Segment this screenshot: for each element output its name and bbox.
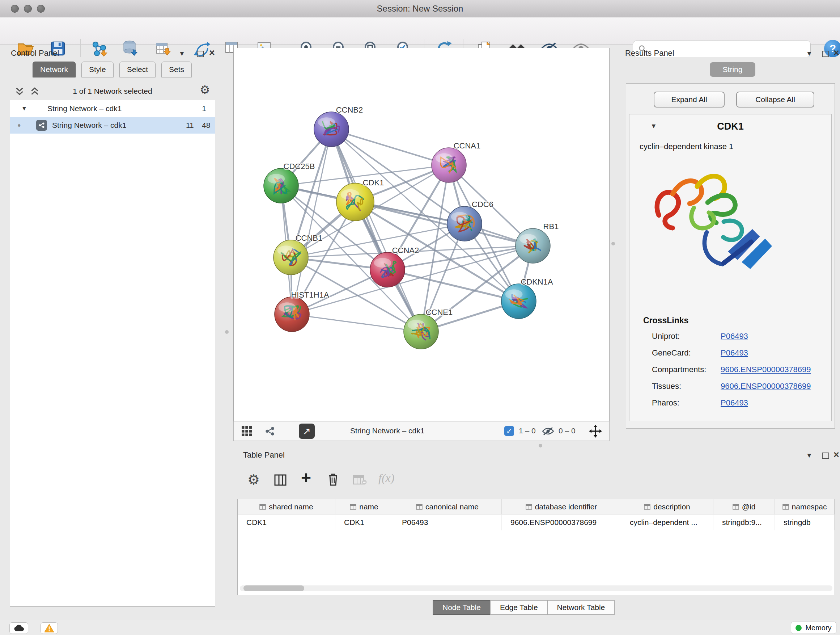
table-cell[interactable]: P06493 <box>393 515 502 530</box>
column-header-database-identifier[interactable]: database identifier <box>502 499 621 515</box>
crosslink-value-link[interactable]: P06493 <box>721 332 748 341</box>
delete-column-trash-icon[interactable] <box>328 473 339 487</box>
table-panel-menu-icon[interactable]: ▼ <box>806 452 813 459</box>
table-options-gear-icon[interactable]: ⚙ <box>248 473 260 486</box>
bottom-splitter-handle[interactable] <box>538 444 542 448</box>
crosslink-row: Uniprot:P06493 <box>630 332 832 348</box>
tab-node-table[interactable]: Node Table <box>433 600 491 615</box>
protein-description: cyclin–dependent kinase 1 <box>639 142 733 151</box>
protein-card-cdk1: ▼ CDK1 cyclin–dependent kinase 1 Cross <box>629 114 832 421</box>
network-node-CCNA1[interactable] <box>431 148 466 182</box>
node-label-CDKN1A: CDKN1A <box>521 277 553 287</box>
network-edge-HIST1H1A-CCNE1[interactable] <box>292 314 421 332</box>
crosslink-value-link[interactable]: P06493 <box>721 398 748 408</box>
tree-expander-icon[interactable]: ▼ <box>21 105 27 112</box>
node-label-CCNA2: CCNA2 <box>392 246 419 255</box>
tab-network-table[interactable]: Network Table <box>547 600 615 615</box>
cloud-icon[interactable] <box>9 622 28 634</box>
pan-crosshair-icon[interactable] <box>589 424 602 439</box>
selected-node-edge-counts: 1 – 0 <box>519 426 536 435</box>
left-splitter-handle[interactable] <box>225 330 229 334</box>
warning-icon[interactable] <box>41 622 58 634</box>
network-node-CDC6[interactable] <box>447 206 482 241</box>
results-panel-float-icon[interactable] <box>822 51 829 59</box>
column-header--id[interactable]: @id <box>714 499 775 515</box>
results-panel-close-icon[interactable]: × <box>834 49 839 57</box>
table-cell[interactable]: CDK1 <box>335 515 393 530</box>
network-edge-CCNB2-CCNE1[interactable] <box>332 129 421 332</box>
control-panel-tabs: NetworkStyleSelectSets <box>33 62 197 78</box>
collapse-all-button[interactable]: Collapse All <box>736 92 814 108</box>
column-header-name[interactable]: name <box>335 499 393 515</box>
network-node-CCNA2[interactable] <box>370 252 405 287</box>
crosslink-value-link[interactable]: 9606.ENSP00000378699 <box>721 365 811 374</box>
column-icon <box>350 504 356 510</box>
selected-checkbox-icon[interactable]: ✓ <box>504 426 514 436</box>
table-panel-close-icon[interactable]: × <box>834 451 839 458</box>
network-edge-CCNA2-CDKN1A[interactable] <box>387 270 519 301</box>
control-panel-close-icon[interactable]: × <box>209 49 215 57</box>
control-panel-title: Control Panel <box>11 49 59 58</box>
network-view-canvas[interactable]: CCNB2CCNA1CDC25BCDK1CDC6RB1CCNB1CCNA2CDK… <box>233 48 609 421</box>
table-cell[interactable]: CDK1 <box>238 515 335 530</box>
scrollbar-thumb[interactable] <box>243 585 304 591</box>
table-cell[interactable]: stringdb:9... <box>714 515 775 530</box>
string-results-container: Expand All Collapse All ▼ CDK1 cyclin–de… <box>626 83 835 429</box>
network-node-CDK1[interactable] <box>336 183 374 221</box>
network-node-CCNB2[interactable] <box>314 112 349 147</box>
network-node-CCNB1[interactable] <box>273 240 308 275</box>
column-header-namespac[interactable]: namespac <box>775 499 835 515</box>
tab-select[interactable]: Select <box>119 62 156 78</box>
network-edge-CCNB2-CCNA1[interactable] <box>332 129 449 165</box>
table-horizontal-scrollbar[interactable] <box>240 585 832 591</box>
control-panel-menu-icon[interactable]: ▼ <box>179 50 185 57</box>
crosslink-row: GeneCard:P06493 <box>630 348 832 365</box>
add-column-icon[interactable]: + <box>301 468 311 488</box>
network-view-title: String Network – cdk1 <box>350 426 424 435</box>
memory-button[interactable]: Memory <box>791 622 836 634</box>
crosslink-label: GeneCard: <box>652 348 691 358</box>
hidden-eye-slash-icon[interactable] <box>542 427 554 437</box>
import-network-database-icon[interactable] <box>120 38 141 59</box>
crosslink-value-link[interactable]: 9606.ENSP00000378699 <box>721 382 811 391</box>
network-node-CDKN1A[interactable] <box>501 284 536 318</box>
show-columns-icon[interactable] <box>274 474 286 487</box>
table-cell[interactable]: 9606.ENSP00000378699 <box>502 515 621 530</box>
table-cell[interactable]: cyclin–dependent ... <box>621 515 714 530</box>
table-cell[interactable]: stringdb <box>775 515 835 530</box>
table-panel-float-icon[interactable] <box>822 453 829 461</box>
import-network-file-icon[interactable] <box>89 38 109 59</box>
table-panel-title: Table Panel <box>243 450 285 460</box>
function-builder-icon-disabled: f(x) <box>378 471 394 485</box>
expand-all-button[interactable]: Expand All <box>654 92 725 108</box>
results-panel-menu-icon[interactable]: ▼ <box>806 50 813 57</box>
network-collection-row[interactable]: ▼ String Network – cdk1 1 <box>10 100 215 117</box>
column-header-shared-name[interactable]: shared name <box>238 499 335 515</box>
network-node-CDC25B[interactable] <box>264 168 298 203</box>
title-bar: Session: New Session <box>0 0 840 17</box>
application-window: Session: New Session <box>0 0 840 635</box>
network-node-CCNE1[interactable] <box>404 314 439 349</box>
network-share-icon[interactable] <box>265 426 275 438</box>
tab-style[interactable]: Style <box>81 62 114 78</box>
tab-network[interactable]: Network <box>33 62 76 78</box>
grid-view-icon[interactable] <box>242 426 252 438</box>
network-node-HIST1H1A[interactable] <box>275 297 309 332</box>
network-edge-CCNB2-HIST1H1A[interactable] <box>292 129 332 314</box>
column-header-description[interactable]: description <box>621 499 714 515</box>
control-panel-float-icon[interactable] <box>197 51 204 59</box>
tab-string[interactable]: String <box>710 62 755 77</box>
right-splitter-handle[interactable] <box>611 242 615 245</box>
tab-edge-table[interactable]: Edge Table <box>490 600 548 615</box>
network-node-RB1[interactable] <box>515 228 550 263</box>
open-in-new-window-icon[interactable]: ↗ <box>299 424 315 439</box>
table-row[interactable]: CDK1CDK1P064939606.ENSP00000378699cyclin… <box>238 515 835 530</box>
network-collection-count: 1 <box>202 104 206 113</box>
network-row-selected[interactable]: ● String Network – cdk1 11 48 <box>10 117 215 134</box>
import-table-icon[interactable] <box>153 38 173 59</box>
node-label-CCNB2: CCNB2 <box>336 105 363 114</box>
column-header-canonical-name[interactable]: canonical name <box>393 499 502 515</box>
tab-sets[interactable]: Sets <box>161 62 192 78</box>
network-options-gear-icon[interactable]: ⚙ <box>200 84 210 96</box>
crosslink-value-link[interactable]: P06493 <box>721 348 748 358</box>
